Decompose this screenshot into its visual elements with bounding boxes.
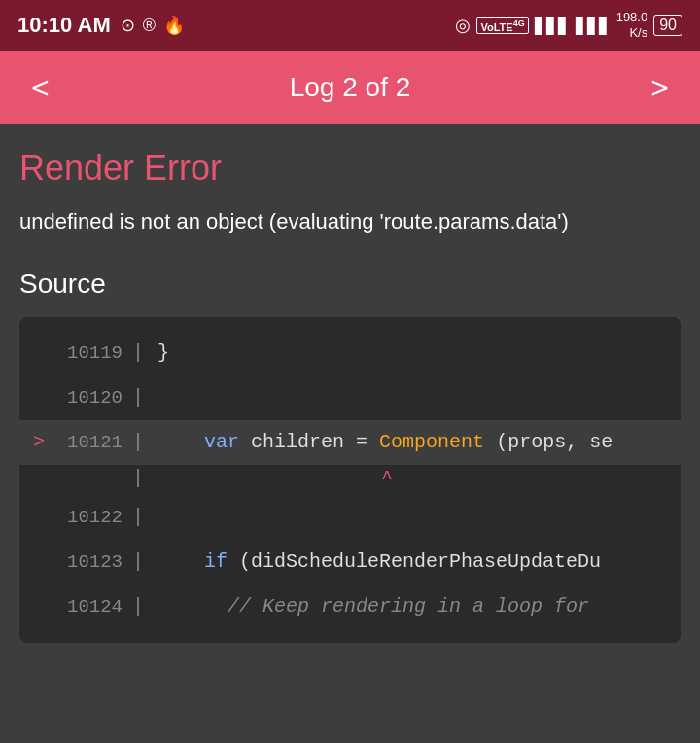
pipe-10119: | <box>132 341 144 364</box>
next-button[interactable]: > <box>643 64 677 111</box>
pipe-10120: | <box>132 386 144 408</box>
code-line-10122: 10122 | <box>19 495 681 540</box>
speed-value: 198.0 <box>616 10 648 25</box>
signal-bars-icon: ▋▋▋ <box>535 17 570 35</box>
pipe-10121: | <box>132 431 144 453</box>
code-line-10119: 10119 | } <box>19 331 681 375</box>
code-10121: var children = Component (props, se <box>158 431 612 453</box>
flame-icon: 🔥 <box>163 15 185 36</box>
registered-icon: ® <box>143 16 156 36</box>
caret-pipe: | <box>132 467 144 489</box>
code-line-10123: 10123 | if (didScheduleRenderPhaseUpdate… <box>19 540 681 584</box>
status-icons: ⊙ ® 🔥 <box>121 15 185 36</box>
nav-title: Log 2 of 2 <box>290 72 411 103</box>
main-content: Render Error undefined is not an object … <box>0 124 700 743</box>
status-left: 10:10 AM ⊙ ® 🔥 <box>18 13 185 38</box>
nav-bar: < Log 2 of 2 > <box>0 51 700 124</box>
speed-display: 198.0 K/s <box>616 10 648 40</box>
caret-line: | ^ <box>19 465 681 495</box>
code-block: 10119 | } 10120 | > 10121 | var children… <box>19 317 681 643</box>
code-10123: if (didScheduleRenderPhaseUpdateDu <box>158 550 601 573</box>
line-num-10122: 10122 <box>54 507 122 528</box>
line-num-10121: 10121 <box>54 432 122 453</box>
code-line-10124: 10124 | // Keep rendering in a loop for <box>19 584 681 629</box>
line-num-10124: 10124 <box>54 596 122 618</box>
pipe-10122: | <box>132 506 144 528</box>
status-right: ◎ VoLTE4G ▋▋▋ ▋▋▋ 198.0 K/s 90 <box>455 10 682 40</box>
source-title: Source <box>19 268 681 300</box>
line-num-10123: 10123 <box>54 551 122 573</box>
code-10119: } <box>158 341 169 364</box>
arrow-10121: > <box>33 431 54 453</box>
battery-icon: 90 <box>653 15 682 36</box>
status-time: 10:10 AM <box>18 13 111 38</box>
code-line-10121: > 10121 | var children = Component (prop… <box>19 420 681 465</box>
pipe-10124: | <box>132 595 144 618</box>
error-message: undefined is not an object (evaluating '… <box>19 206 681 237</box>
arrow-icon: ⊙ <box>121 15 135 36</box>
network-circle-icon: ◎ <box>455 15 471 36</box>
line-num-10119: 10119 <box>54 342 122 364</box>
line-num-10120: 10120 <box>54 387 122 408</box>
speed-unit: K/s <box>616 25 648 41</box>
code-line-10120: 10120 | <box>19 375 681 420</box>
volte-badge: VoLTE4G <box>476 17 528 35</box>
status-bar: 10:10 AM ⊙ ® 🔥 ◎ VoLTE4G ▋▋▋ ▋▋▋ 198.0 K… <box>0 0 700 51</box>
pipe-10123: | <box>132 550 144 573</box>
error-title: Render Error <box>19 148 681 189</box>
code-10124: // Keep rendering in a loop for <box>158 595 589 618</box>
prev-button[interactable]: < <box>23 64 57 111</box>
caret-symbol: ^ <box>381 467 393 489</box>
signal-bars-2-icon: ▋▋▋ <box>576 17 611 35</box>
